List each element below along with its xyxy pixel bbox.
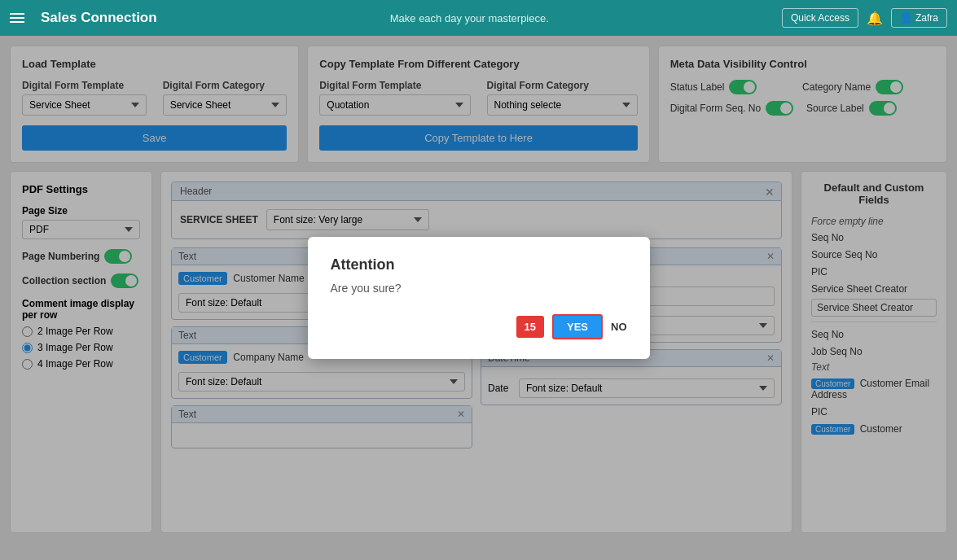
quick-access-button[interactable]: Quick Access [782, 8, 858, 28]
topnav: Sales Connection Make each day your mast… [0, 0, 957, 36]
modal-body: Are you sure? [331, 282, 627, 295]
modal-number: 15 [516, 316, 544, 338]
modal-title: Attention [331, 256, 627, 273]
hamburger-menu[interactable] [10, 13, 24, 23]
modal-overlay: Attention Are you sure? 15 YES NO [0, 36, 957, 560]
modal-footer: 15 YES NO [331, 314, 627, 339]
main-content: Load Template Digital Form Template Serv… [0, 36, 957, 560]
attention-modal: Attention Are you sure? 15 YES NO [308, 237, 650, 359]
app-logo: Sales Connection [41, 10, 157, 26]
user-name: Zafra [915, 12, 938, 24]
user-button[interactable]: 👤 Zafra [891, 8, 947, 28]
yes-button[interactable]: YES [552, 314, 603, 339]
no-button[interactable]: NO [611, 321, 627, 333]
user-icon: 👤 [900, 12, 912, 24]
app-tagline: Make each day your masterpiece. [167, 12, 772, 24]
nav-right: Quick Access 🔔 👤 Zafra [782, 8, 947, 28]
bell-icon[interactable]: 🔔 [867, 11, 883, 26]
